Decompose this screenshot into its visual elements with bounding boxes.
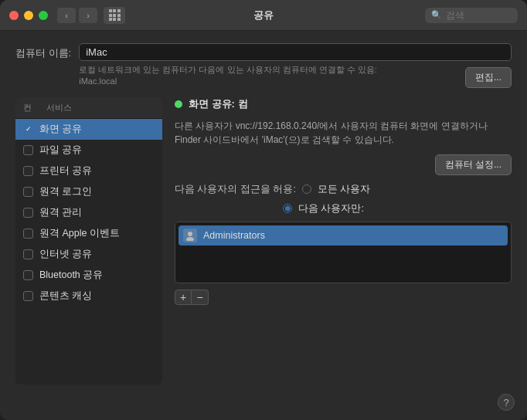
nav-buttons: ‹ › (57, 8, 97, 23)
sidebar-label-content-cache: 콘텐츠 캐싱 (39, 290, 92, 303)
bottom-bar: ? (0, 394, 527, 420)
status-title: 화면 공유: 컴 (189, 97, 248, 111)
sidebar-item-printer-share[interactable]: 프린터 공유 (15, 161, 162, 181)
checkbox-printer-share[interactable] (23, 166, 33, 176)
sidebar-label-remote-management: 원격 관리 (39, 206, 82, 219)
user-icon (183, 229, 197, 242)
sidebar-label-bluetooth-share: Bluetooth 공유 (39, 269, 103, 282)
grid-button[interactable] (104, 7, 125, 24)
computer-name-desc: 로컬 네트워크에 있는 컴퓨터가 다음에 있는 사용자의 컴퓨터에 연결할 수 … (79, 64, 377, 88)
remove-user-button[interactable]: − (192, 290, 209, 305)
forward-button[interactable]: › (79, 8, 97, 23)
computer-settings-button[interactable]: 컴퓨터 설정... (435, 154, 512, 175)
list-buttons: + − (175, 290, 512, 305)
close-button[interactable] (9, 11, 19, 20)
checkbox-bluetooth-share[interactable] (23, 270, 33, 280)
sidebar-item-remote-management[interactable]: 원격 관리 (15, 202, 162, 223)
back-button[interactable]: ‹ (57, 8, 76, 23)
sidebar-col-on: 컨 (23, 102, 46, 113)
users-list: Administrators (175, 222, 512, 283)
sidebar-item-file-share[interactable]: 파일 공유 (15, 140, 162, 161)
radio-all-users[interactable] (302, 185, 311, 194)
sidebar: 컨 서비스 ✓ 화면 공유 파일 공유 프린터 공유 (15, 97, 162, 384)
computer-name-section: 로컬 네트워크에 있는 컴퓨터가 다음에 있는 사용자의 컴퓨터에 연결할 수 … (79, 43, 512, 88)
checkbox-remote-apple-events[interactable] (23, 229, 33, 239)
sidebar-items: ✓ 화면 공유 파일 공유 프린터 공유 원격 로그인 (15, 119, 162, 307)
edit-button[interactable]: 편집... (465, 67, 512, 88)
status-row: 화면 공유: 컴 (175, 97, 512, 111)
access-section: 다음 사용자의 접근을 허용: 모든 사용자 다음 사용자만: (175, 183, 512, 305)
user-item[interactable]: Administrators (178, 225, 508, 246)
status-dot (175, 100, 182, 108)
window-title: 공유 (253, 8, 274, 22)
sidebar-label-internet-share: 인터넷 공유 (39, 248, 92, 261)
access-row: 다음 사용자의 접근을 허용: 모든 사용자 (175, 183, 512, 196)
sidebar-item-content-cache[interactable]: 콘텐츠 캐싱 (15, 286, 162, 307)
window: ‹ › 공유 🔍 컴퓨터 이름: 로컬 네트워크에 있는 컴퓨터가 다음에 있는… (0, 0, 527, 420)
user-name: Administrators (203, 230, 265, 241)
sidebar-label-remote-login: 원격 로그인 (39, 185, 92, 198)
add-user-button[interactable]: + (175, 290, 192, 305)
sidebar-item-bluetooth-share[interactable]: Bluetooth 공유 (15, 265, 162, 286)
sidebar-label-screen-share: 화면 공유 (39, 123, 82, 136)
person-icon (185, 230, 196, 241)
sidebar-col-service: 서비스 (46, 102, 72, 113)
all-users-label: 모든 사용자 (318, 183, 370, 196)
computer-name-row: 컴퓨터 이름: 로컬 네트워크에 있는 컴퓨터가 다음에 있는 사용자의 컴퓨터… (15, 43, 512, 88)
svg-point-1 (186, 237, 194, 241)
traffic-lights (9, 11, 48, 20)
search-bar[interactable]: 🔍 (425, 8, 518, 23)
sidebar-label-printer-share: 프린터 공유 (39, 164, 92, 178)
sidebar-item-remote-apple-events[interactable]: 원격 Apple 이벤트 (15, 223, 162, 244)
description-text: 다른 사용자가 vnc://192.168.0.240/에서 사용자의 컴퓨터 … (175, 119, 512, 147)
main-panel: 컨 서비스 ✓ 화면 공유 파일 공유 프린터 공유 (15, 97, 512, 384)
sidebar-label-remote-apple-events: 원격 Apple 이벤트 (39, 227, 120, 240)
svg-point-0 (188, 232, 192, 236)
minimize-button[interactable] (24, 11, 33, 20)
sidebar-item-screen-share[interactable]: ✓ 화면 공유 (15, 119, 162, 140)
checkbox-screen-share[interactable]: ✓ (23, 124, 33, 134)
maximize-button[interactable] (39, 11, 48, 20)
checkbox-remote-login[interactable] (23, 187, 33, 197)
sidebar-header: 컨 서비스 (15, 97, 162, 119)
search-icon: 🔍 (431, 10, 442, 20)
content: 컴퓨터 이름: 로컬 네트워크에 있는 컴퓨터가 다음에 있는 사용자의 컴퓨터… (0, 31, 527, 394)
titlebar: ‹ › 공유 🔍 (0, 0, 527, 31)
sidebar-label-file-share: 파일 공유 (39, 144, 82, 157)
specific-users-label: 다음 사용자만: (298, 202, 364, 215)
right-panel: 화면 공유: 컴 다른 사용자가 vnc://192.168.0.240/에서 … (162, 97, 512, 384)
computer-name-label: 컴퓨터 이름: (15, 43, 71, 60)
specific-users-row: 다음 사용자만: (175, 202, 512, 215)
search-input[interactable] (446, 10, 515, 21)
help-button[interactable]: ? (498, 394, 515, 411)
checkbox-content-cache[interactable] (23, 291, 33, 301)
grid-icon (109, 9, 121, 21)
sidebar-item-remote-login[interactable]: 원격 로그인 (15, 181, 162, 202)
sidebar-item-internet-share[interactable]: 인터넷 공유 (15, 244, 162, 265)
checkbox-internet-share[interactable] (23, 249, 33, 259)
access-label: 다음 사용자의 접근을 허용: (175, 183, 296, 196)
radio-specific-users[interactable] (283, 204, 292, 213)
checkbox-remote-management[interactable] (23, 208, 33, 218)
computer-name-input[interactable] (79, 43, 512, 61)
checkbox-file-share[interactable] (23, 145, 33, 155)
